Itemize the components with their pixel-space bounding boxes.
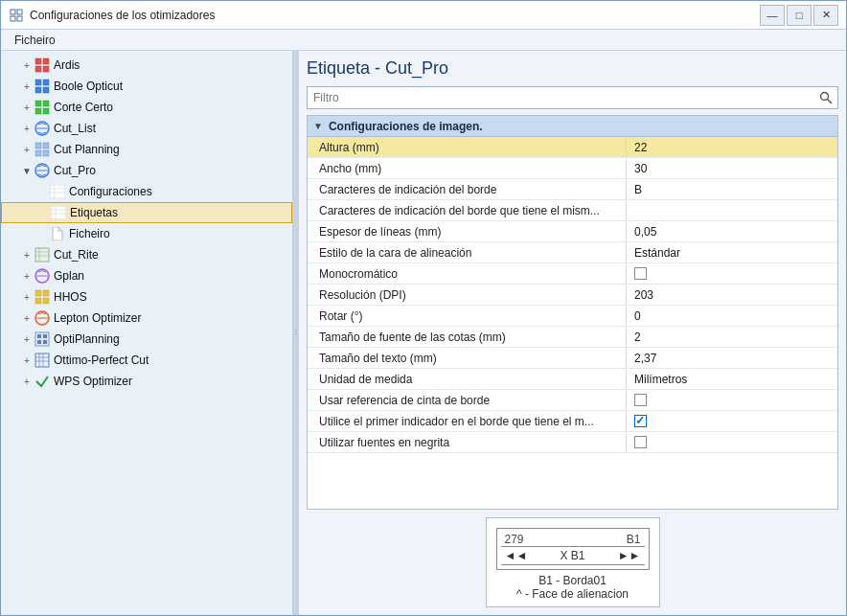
sidebar-item-lepton[interactable]: + Lepton Optimizer [1,308,292,329]
configuraciones-label: Configuraciones [69,185,152,198]
toggle-cutpro[interactable]: ▼ [20,164,34,177]
svg-rect-3 [17,16,22,21]
toggle-ficheiro-sub [35,227,49,240]
table-row[interactable]: Utilizar fuentes en negrita [308,432,837,453]
cutlist-icon [34,120,51,137]
row-label: Ancho (mm) [308,159,627,178]
table-row[interactable]: Espesor de líneas (mm) 0,05 [308,221,837,242]
toggle-optiplanning[interactable]: + [20,332,34,346]
svg-rect-21 [43,150,49,156]
sidebar-item-cut-rite[interactable]: + Cut_Rite [1,244,292,265]
cutpro-icon [34,162,51,179]
toggle-hhos[interactable]: + [20,290,34,304]
toggle-cutrite[interactable]: + [20,248,34,262]
sidebar-item-corte-certo[interactable]: + Corte Certo [1,97,292,118]
table-row[interactable]: Caracteres de indicación del borde B [308,179,837,200]
etiquetas-icon [50,204,67,221]
menu-ficheiro[interactable]: Ficheiro [7,32,63,49]
maximize-button[interactable]: □ [787,5,812,26]
table-row[interactable]: Resolución (DPI) 203 [308,285,837,306]
svg-rect-15 [43,108,49,114]
row-label: Unidad de medida [308,370,627,389]
sidebar-item-cut-pro[interactable]: ▼ Cut_Pro [1,160,292,181]
table-row[interactable]: Monocromático [308,263,837,285]
table-row[interactable]: Tamaño del texto (mm) 2,37 [308,348,837,369]
checkbox-utilizar-fuentes[interactable] [634,436,647,448]
svg-rect-48 [43,340,47,344]
svg-rect-5 [43,58,49,64]
sidebar-item-optiplanning[interactable]: + OptiPlanning [1,329,292,350]
config-table: ▼ Configuraciones de imagen. Altura (mm)… [307,115,838,510]
toggle-corte[interactable]: + [20,101,34,114]
svg-rect-46 [43,334,47,338]
sidebar-item-wps[interactable]: + WPS Optimizer [1,371,292,392]
sidebar-item-ardis[interactable]: + Ardis [1,55,292,76]
toggle-lepton[interactable]: + [20,311,34,325]
svg-rect-40 [35,298,41,304]
table-row[interactable]: Estilo de la cara de alineación Estándar [308,242,837,263]
svg-rect-13 [43,101,49,106]
section-header[interactable]: ▼ Configuraciones de imagen. [308,116,837,137]
toggle-boole[interactable]: + [20,80,34,93]
svg-rect-10 [35,87,41,93]
toggle-cutplanning[interactable]: + [20,143,34,156]
optiplanning-icon [34,331,51,348]
table-row[interactable]: Usar referencia de cinta de borde [308,390,837,411]
title-bar: Configuraciones de los otimizadores — □ … [1,1,846,30]
cutplanning-label: Cut Planning [54,143,120,156]
sidebar-item-etiquetas[interactable]: Etiquetas [1,202,292,223]
toggle-ottimo[interactable]: + [20,354,34,367]
svg-rect-11 [43,87,49,93]
checkbox-monocromatico[interactable] [634,267,647,280]
svg-rect-12 [35,101,41,106]
minimize-button[interactable]: — [760,5,785,26]
sidebar-item-gplan[interactable]: + Gplan [1,265,292,286]
configuraciones-icon [49,183,66,200]
right-panel: Etiqueta - Cut_Pro ▼ Configuraciones de … [299,51,846,615]
corte-icon [34,99,51,116]
table-row[interactable]: Utilice el primer indicador en el borde … [308,411,837,432]
sidebar-item-cut-planning[interactable]: + Cut Planning [1,139,292,160]
toggle-wps[interactable]: + [20,375,34,388]
svg-rect-7 [43,66,49,72]
sidebar-item-ottimo[interactable]: + Ottimo-Perfect Cut [1,350,292,371]
sidebar-item-hhos[interactable]: + HHOS [1,286,292,308]
boole-label: Boole Opticut [54,80,123,93]
table-row[interactable]: Caracteres de indicación del borde que t… [308,200,837,221]
table-row[interactable]: Altura (mm) 22 [308,137,837,158]
lepton-label: Lepton Optimizer [54,311,141,325]
table-row[interactable]: Unidad de medida Milímetros [308,369,837,390]
boole-icon [34,78,51,95]
corte-label: Corte Certo [54,101,113,114]
toggle-etiquetas [36,206,50,219]
preview-mid-right: ►► [618,549,641,562]
toggle-ardis[interactable]: + [20,58,34,72]
table-row[interactable]: Ancho (mm) 30 [308,158,837,179]
search-input[interactable] [308,89,814,106]
checkbox-usar-referencia[interactable] [634,394,647,406]
toggle-config-sub [35,185,49,198]
preview-top-left: 279 [505,533,524,546]
checkbox-utilice-primer[interactable] [634,415,647,427]
sidebar-item-configuraciones[interactable]: Configuraciones [1,181,292,202]
row-label: Resolución (DPI) [308,285,627,305]
table-row[interactable]: Rotar (°) 0 [308,306,837,327]
sidebar-item-ficheiro-sub[interactable]: Ficheiro [1,223,292,244]
ficheiro-sub-icon [49,225,66,242]
table-row[interactable]: Tamaño de fuente de las cotas (mm) 2 [308,327,837,348]
row-value: 22 [627,138,837,157]
sidebar-item-boole-opticut[interactable]: + Boole Opticut [1,76,292,97]
toggle-gplan[interactable]: + [20,269,34,283]
ardis-icon [34,57,51,74]
search-icon[interactable] [814,86,837,109]
row-value: 2,37 [627,349,837,368]
wps-icon [34,373,51,390]
sidebar-item-cut-list[interactable]: + Cut_List [1,118,292,139]
row-value [627,433,837,451]
close-button[interactable]: ✕ [813,5,838,26]
gplan-label: Gplan [54,269,84,283]
toggle-cutlist[interactable]: + [20,122,34,135]
cutplanning-icon [34,141,51,158]
svg-rect-32 [35,248,49,262]
preview-box: 279 B1 ◄◄ X B1 ►► B1 - Borda01 ^ - Face … [486,517,660,607]
